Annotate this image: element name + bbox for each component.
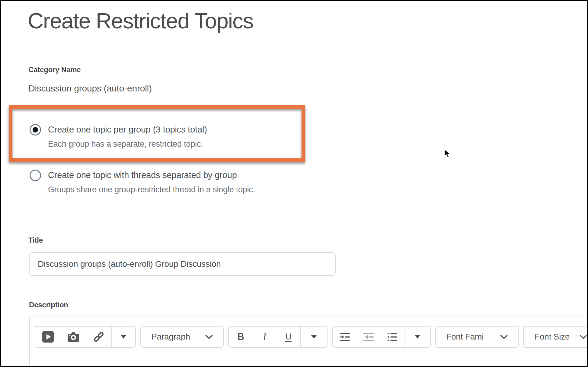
editor-content-area[interactable] <box>30 357 587 366</box>
paragraph-format-dropdown[interactable]: Paragraph <box>140 326 224 348</box>
toolbar-group-insert <box>35 326 136 348</box>
radio-option-label[interactable]: Create one topic per group (3 topics tot… <box>48 124 207 135</box>
outdent-icon <box>363 333 374 341</box>
outdent-button-disabled[interactable] <box>356 327 380 347</box>
bold-icon: B <box>237 331 244 342</box>
unordered-list-icon <box>388 333 397 341</box>
bold-button[interactable]: B <box>229 327 253 347</box>
chevron-down-icon <box>580 335 587 339</box>
title-label: Title <box>28 236 43 244</box>
italic-button[interactable]: I <box>253 327 276 347</box>
editor-toolbar: Paragraph B I U <box>35 326 587 348</box>
screenshot-frame: Create Restricted Topics Category Name D… <box>0 0 588 367</box>
italic-icon: I <box>263 331 266 343</box>
quicklink-chain-icon <box>93 331 104 343</box>
font-family-dropdown[interactable]: Font Fami <box>435 326 519 348</box>
insert-stuff-button[interactable] <box>35 327 61 347</box>
radio-button-selected[interactable] <box>30 124 41 136</box>
radio-option-description: Groups share one group-restricted thread… <box>48 185 255 194</box>
insert-stuff-video-icon <box>42 331 54 343</box>
cursor-arrow-icon <box>444 148 452 158</box>
font-size-dropdown[interactable]: Font Size <box>523 326 587 348</box>
underline-icon: U <box>285 332 292 342</box>
indent-button[interactable] <box>333 327 356 347</box>
paragraph-format-value: Paragraph <box>151 332 190 342</box>
toolbar-group-lists <box>332 326 431 348</box>
caret-down-icon <box>415 335 420 339</box>
mouse-cursor <box>444 148 452 160</box>
title-input[interactable] <box>29 252 336 276</box>
insert-quicklink-button[interactable] <box>86 327 111 347</box>
description-label: Description <box>29 301 68 309</box>
font-family-value: Font Fami <box>446 332 484 342</box>
radio-option-one-topic-per-group[interactable]: Create one topic per group (3 topics tot… <box>30 124 207 149</box>
insert-more-button[interactable] <box>112 327 135 347</box>
lists-more-button[interactable] <box>404 327 430 347</box>
indent-icon <box>340 333 350 341</box>
radio-option-label[interactable]: Create one topic with threads separated … <box>48 170 255 180</box>
category-name-value: Discussion groups (auto-enroll) <box>28 83 152 94</box>
toolbar-group-text-style: B I U <box>228 326 328 348</box>
create-restricted-topics-page: Create Restricted Topics Category Name D… <box>1 1 587 366</box>
unordered-list-button[interactable] <box>380 327 404 347</box>
category-name-label: Category Name <box>28 65 81 74</box>
caret-down-icon <box>121 335 126 339</box>
underline-button[interactable]: U <box>276 327 300 347</box>
chevron-down-icon <box>500 335 508 339</box>
radio-option-description: Each group has a separate, restricted to… <box>48 139 207 149</box>
insert-image-button[interactable] <box>61 327 86 347</box>
radio-selected-dot <box>33 127 38 132</box>
radio-option-one-topic-with-threads[interactable]: Create one topic with threads separated … <box>30 170 255 194</box>
chevron-down-icon <box>205 335 213 339</box>
font-size-value: Font Size <box>535 332 570 342</box>
text-style-more-button[interactable] <box>301 327 327 347</box>
radio-button-unselected[interactable] <box>30 170 41 181</box>
page-title: Create Restricted Topics <box>28 8 253 34</box>
insert-image-camera-icon <box>68 332 79 342</box>
description-editor[interactable]: Paragraph B I U <box>29 317 587 366</box>
caret-down-icon <box>311 335 317 339</box>
